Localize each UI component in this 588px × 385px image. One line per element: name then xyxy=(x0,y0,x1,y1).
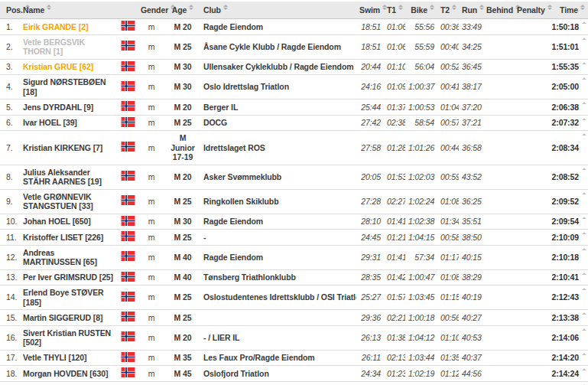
total-time-cell: 2:09:52 xyxy=(547,189,588,214)
result-row: 10.Johan HOEL [650]mM 30Ragde Eiendom28:… xyxy=(0,214,588,230)
sort-toggle-icon[interactable] xyxy=(479,5,484,10)
bike-split: 1:04:15 xyxy=(405,230,437,246)
total-time-text: 2:08:52 xyxy=(552,172,580,181)
splits-expand-icon[interactable] xyxy=(582,232,586,237)
total-time-cell: 2:14:46 xyxy=(547,381,588,385)
splits-expand-icon[interactable] xyxy=(582,62,586,67)
column-label: Pos. xyxy=(6,5,23,15)
column-header-behind[interactable]: Behind xyxy=(483,2,514,19)
athlete-name[interactable]: Kristian KIRKENG [7] xyxy=(20,131,118,165)
total-time-text: 2:09:52 xyxy=(552,197,580,206)
column-header-club[interactable]: Club xyxy=(200,2,356,19)
athlete-name[interactable]: Jens DYRDAHL [9] xyxy=(20,100,118,116)
t2-split: 01:15 xyxy=(437,285,459,310)
t1-split: 01:56 xyxy=(384,381,405,385)
splits-expand-icon[interactable] xyxy=(582,133,586,138)
column-label: Behind xyxy=(486,5,513,15)
bike-split: 1:00:53 xyxy=(405,100,437,116)
splits-expand-icon[interactable] xyxy=(582,248,586,253)
result-row: 14.Erlend Boye STØVER [185]mM 25Oslostud… xyxy=(0,285,588,310)
athlete-name[interactable]: Vetle THYLI [120] xyxy=(20,350,118,366)
sort-toggle-icon[interactable] xyxy=(223,5,228,10)
run-split: 40:53 xyxy=(459,325,483,350)
sort-toggle-icon[interactable] xyxy=(47,5,51,10)
club-cell: Berger IL xyxy=(200,100,356,116)
run-split: 36:45 xyxy=(459,59,483,75)
athlete-name[interactable]: Per Iver GRIMSRUD [25] xyxy=(20,269,118,285)
run-split: 33:49 xyxy=(459,19,483,35)
splits-expand-icon[interactable] xyxy=(582,217,586,221)
swim-split: 24:34 xyxy=(356,366,384,382)
sort-toggle-icon[interactable] xyxy=(547,5,552,10)
splits-expand-icon[interactable] xyxy=(582,118,586,122)
total-time-cell: 2:10:09 xyxy=(547,230,588,246)
total-time-cell: 2:14:20 xyxy=(547,350,588,366)
athlete-name[interactable]: Johan HOEL [650] xyxy=(20,214,118,230)
athlete-name[interactable]: Eirik GRANDE [2] xyxy=(20,19,118,35)
athlete-name[interactable]: Vetle BERGSVIK THORN [1] xyxy=(20,34,118,59)
norway-flag-icon xyxy=(120,272,136,282)
position-cell: 5. xyxy=(0,100,20,116)
column-header-flag xyxy=(118,2,138,19)
splits-expand-icon[interactable] xyxy=(582,368,586,373)
athlete-name[interactable]: Ivar HOEL [39] xyxy=(20,115,118,131)
athlete-name[interactable]: Sigurd NØRSTEBØEN [18] xyxy=(20,75,118,100)
splits-expand-icon[interactable] xyxy=(582,312,586,317)
athlete-name[interactable]: Erlend Boye STØVER [185] xyxy=(20,285,118,310)
splits-expand-icon[interactable] xyxy=(582,102,586,106)
sort-toggle-icon[interactable] xyxy=(398,5,403,10)
norway-flag-icon xyxy=(120,251,136,261)
total-time-text: 2:10:41 xyxy=(552,272,580,282)
bike-split: 57:34 xyxy=(405,245,437,269)
athlete-name[interactable]: Andreas MARTINUSSEN [65] xyxy=(20,245,118,269)
column-header-bike[interactable]: Bike xyxy=(405,2,437,19)
column-header-t1[interactable]: T1 xyxy=(384,2,405,19)
sort-toggle-icon[interactable] xyxy=(189,5,193,10)
total-time-text: 2:12:43 xyxy=(552,292,580,302)
athlete-name[interactable]: Vetle GRØNNEVIK STANGSTUEN [33] xyxy=(20,189,118,214)
athlete-name[interactable]: Fredrik SCHWENCKE [645] xyxy=(20,381,118,385)
column-header-t2[interactable]: T2 xyxy=(437,2,459,19)
total-time-text: 1:51:01 xyxy=(552,42,580,51)
gender-cell: m xyxy=(138,59,165,75)
athlete-name-text: Kristian GRUE [62] xyxy=(23,62,93,71)
column-label: Penalty xyxy=(517,5,545,15)
splits-expand-icon[interactable] xyxy=(582,328,586,333)
results-table: Pos.NameGenderAgeClubSwimT1BikeT2RunBehi… xyxy=(0,2,588,385)
splits-expand-icon[interactable] xyxy=(582,272,586,277)
athlete-name[interactable]: Kristoffer LISET [226] xyxy=(20,230,118,246)
club-cell: Ragde Eiendom xyxy=(200,19,356,35)
position-cell: 4. xyxy=(0,75,20,100)
sort-toggle-icon[interactable] xyxy=(580,5,585,10)
column-header-pos[interactable]: Pos. xyxy=(0,2,20,19)
penalty-cell xyxy=(514,245,547,269)
athlete-name[interactable]: Morgan HOVDEN [630] xyxy=(20,366,118,382)
t1-split: 01:10 xyxy=(384,59,405,75)
age-group-cell: M 30 xyxy=(165,214,200,230)
splits-expand-icon[interactable] xyxy=(582,168,586,172)
splits-expand-icon[interactable] xyxy=(582,77,586,82)
splits-expand-icon[interactable] xyxy=(582,288,586,292)
behind-cell xyxy=(483,214,514,230)
sort-toggle-icon[interactable] xyxy=(452,5,456,10)
gender-cell: m xyxy=(138,310,165,326)
age-group-cell: M 25 xyxy=(165,34,200,59)
athlete-name[interactable]: Kristian GRUE [62] xyxy=(20,59,118,75)
splits-expand-icon[interactable] xyxy=(582,21,586,26)
column-header-name[interactable]: Name xyxy=(20,2,118,19)
result-row: 15.Martin SIGGERUD [8]mM 2529:3602:211:0… xyxy=(0,310,588,326)
swim-split: 26:13 xyxy=(356,325,384,350)
athlete-name[interactable]: Martin SIGGERUD [8] xyxy=(20,310,118,326)
column-header-time[interactable]: Time xyxy=(547,2,588,19)
column-header-run[interactable]: Run xyxy=(459,2,483,19)
norway-flag-icon xyxy=(120,312,136,321)
splits-expand-icon[interactable] xyxy=(582,38,586,42)
athlete-name[interactable]: Julius Aleksander STÄHR AARNES [19] xyxy=(20,165,118,189)
athlete-name[interactable]: Sivert Kristian RUSTEN [502] xyxy=(20,325,118,350)
splits-expand-icon[interactable] xyxy=(582,192,586,197)
sort-toggle-icon[interactable] xyxy=(430,5,434,10)
column-header-gender[interactable]: Gender xyxy=(138,2,165,19)
splits-expand-icon[interactable] xyxy=(582,353,586,357)
column-header-swim[interactable]: Swim xyxy=(356,2,384,19)
column-label: Club xyxy=(203,5,221,15)
